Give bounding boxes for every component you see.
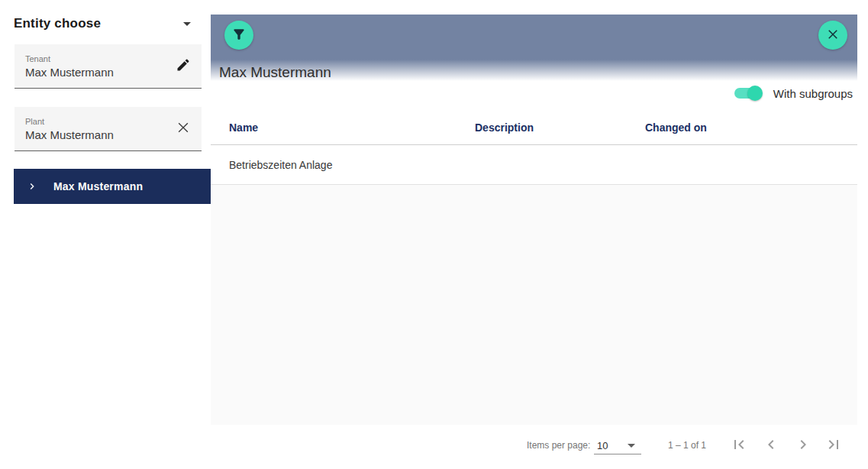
tree-item-selected[interactable]: Max Mustermann [14,169,211,204]
filter-icon [231,27,247,44]
next-page-button[interactable] [793,435,813,455]
subgroups-toggle-label: With subgroups [773,87,853,100]
tenant-label: Tenant [25,54,114,63]
with-subgroups-toggle[interactable] [734,86,763,101]
page-size-value: 10 [597,440,608,451]
entity-sidebar: Entity choose Tenant Max Mustermann Plan… [0,0,211,469]
last-page-icon [824,435,843,456]
edit-tenant-button[interactable] [171,54,195,79]
paginator: Items per page: 10 1 – 1 of 1 [211,425,857,469]
filter-button[interactable] [224,21,253,50]
column-header-description[interactable]: Description [475,111,534,145]
page-size-select[interactable]: 10 [594,435,641,454]
group-panel: Max Mustermann With subgroups Name Descr… [211,0,857,469]
close-icon [176,120,191,137]
column-header-changed-on[interactable]: Changed on [645,111,707,145]
collapse-caret-icon[interactable] [183,22,191,26]
table-header-row: Name Description Changed on [211,111,857,145]
plant-field-text: Plant Max Mustermann [25,117,114,141]
app-root: Entity choose Tenant Max Mustermann Plan… [0,0,868,469]
chevron-right-icon [794,435,812,456]
caret-down-icon [628,444,635,448]
table-empty-area [211,185,857,425]
tree-item-label: Max Mustermann [53,180,143,192]
plant-value: Max Mustermann [25,128,114,141]
panel-title: Max Mustermann [219,64,331,81]
clear-plant-button[interactable] [171,117,195,141]
first-page-icon [730,435,748,456]
plant-field: Plant Max Mustermann [15,107,202,151]
items-per-page-label: Items per page: [527,440,590,451]
close-button[interactable] [818,21,847,50]
previous-page-button[interactable] [761,435,781,455]
panel-topbar [211,15,857,60]
sidebar-title: Entity choose [14,16,101,31]
chevron-left-icon [762,435,780,456]
table-row[interactable]: Betriebszeiten Anlage [211,145,857,185]
close-icon [826,27,840,44]
page-range-label: 1 – 1 of 1 [668,440,706,451]
subgroups-toggle-row: With subgroups [734,85,853,102]
toggle-thumb[interactable] [747,86,763,101]
sidebar-header: Entity choose [14,14,195,34]
plant-label: Plant [25,117,114,126]
tenant-field: Tenant Max Mustermann [15,44,202,89]
row-name-cell: Betriebszeiten Anlage [229,145,332,185]
tenant-value: Max Mustermann [25,66,114,79]
chevron-right-icon[interactable] [26,180,38,192]
tenant-field-text: Tenant Max Mustermann [25,54,114,79]
pencil-icon [176,57,191,75]
column-header-name[interactable]: Name [229,111,258,145]
first-page-button[interactable] [729,435,749,455]
last-page-button[interactable] [824,435,844,455]
